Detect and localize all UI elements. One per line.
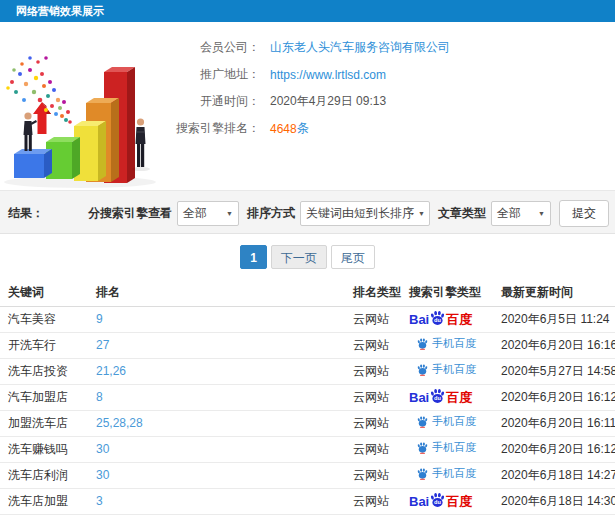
article-type-select[interactable]: 全部▼ (491, 201, 551, 226)
baidu-bai-text: Bai (409, 391, 429, 404)
info-field-link[interactable]: 山东老人头汽车服务咨询有限公司 (270, 39, 450, 56)
baidu-du-text: du (434, 395, 441, 401)
baidu-logo: Baidu百度 (409, 492, 472, 511)
column-header: 排名类型 (345, 280, 401, 306)
rank-type-cell: 云网站 (345, 306, 401, 332)
mobile-baidu-text: 手机百度 (432, 338, 476, 349)
update-time-cell: 2020年6月18日 14:30 (493, 488, 615, 514)
baidu-cn-text: 百度 (446, 313, 472, 326)
next-page-button[interactable]: 下一页 (271, 245, 327, 269)
rank-type-cell: 云网站 (345, 384, 401, 410)
engine-cell: 手机百度 (401, 462, 493, 488)
rank-link[interactable]: 27 (96, 338, 109, 352)
baidu-paw-icon: du (430, 310, 445, 327)
table-row: 汽车加盟店8云网站Baidu百度2020年6月20日 16:12 (0, 384, 615, 410)
filter-label: 文章类型 (438, 205, 486, 222)
baidu-logo: Baidu百度 (409, 388, 472, 407)
growth-bar-chart-illustration (0, 30, 180, 190)
info-field: 开通时间：2020年4月29日 09:13 (160, 88, 450, 115)
rank-link[interactable]: 25,28,28 (96, 416, 143, 430)
info-field: 搜索引擎排名：4648条 (160, 115, 450, 142)
info-field-label: 开通时间： (160, 93, 260, 110)
info-field: 会员公司：山东老人头汽车服务咨询有限公司 (160, 34, 450, 61)
mobile-baidu-text: 手机百度 (432, 442, 476, 453)
filter-select-value: 全部 (497, 205, 521, 222)
engine-cell: 手机百度 (401, 436, 493, 462)
rank-cell: 27 (88, 332, 345, 358)
engine-cell: Baidu百度 (401, 488, 493, 514)
baidu-paw-icon: du (430, 388, 445, 405)
rank-link[interactable]: 30 (96, 468, 109, 482)
sort-order-select[interactable]: 关键词由短到长排序▼ (300, 201, 430, 226)
last-page-button[interactable]: 尾页 (331, 245, 375, 269)
baidu-bai-text: Bai (409, 313, 429, 326)
update-time-cell: 2020年6月20日 16:11 (493, 410, 615, 436)
rank-cell: 30 (88, 436, 345, 462)
rank-type-cell: 云网站 (345, 332, 401, 358)
chevron-down-icon: ▼ (226, 210, 233, 217)
table-row: 洗车店投资21,26云网站手机百度2020年5月27日 14:58 (0, 358, 615, 384)
keyword-cell: 汽车美容 (0, 306, 88, 332)
keyword-cell: 洗车赚钱吗 (0, 436, 88, 462)
filter-label: 排序方式 (247, 205, 295, 222)
update-time-cell: 2020年5月27日 14:58 (493, 358, 615, 384)
rank-count-unit: 条 (297, 120, 309, 137)
chevron-down-icon: ▼ (418, 210, 425, 217)
mobile-baidu-paw-icon (417, 442, 428, 454)
baidu-du-text: du (434, 317, 441, 323)
rank-link[interactable]: 8 (96, 390, 103, 404)
mobile-baidu-logo: 手机百度 (417, 364, 476, 376)
update-time-cell: 2020年6月20日 16:12 (493, 384, 615, 410)
page-title: 网络营销效果展示 (0, 0, 104, 22)
rank-type-cell: 云网站 (345, 436, 401, 462)
submit-button[interactable]: 提交 (559, 200, 609, 227)
table-row: 洗车赚钱吗30云网站手机百度2020年6月20日 16:12 (0, 436, 615, 462)
page-header: 网络营销效果展示 (0, 0, 615, 22)
up-arrow-icon (33, 102, 51, 134)
mobile-baidu-logo: 手机百度 (417, 468, 476, 480)
table-header-row: 关键词排名排名类型搜索引擎类型最新更新时间 (0, 280, 615, 306)
rank-link[interactable]: 3 (96, 494, 103, 508)
table-row: 洗车店加盟3云网站Baidu百度2020年6月18日 14:30 (0, 488, 615, 514)
update-time-cell: 2020年6月5日 11:24 (493, 306, 615, 332)
baidu-cn-text: 百度 (446, 495, 472, 508)
rank-cell: 9 (88, 306, 345, 332)
rank-type-cell: 云网站 (345, 410, 401, 436)
businessman-left (24, 112, 37, 151)
rank-link[interactable]: 30 (96, 442, 109, 456)
mobile-baidu-paw-icon (417, 416, 428, 428)
company-info-fields: 会员公司：山东老人头汽车服务咨询有限公司推广地址：https://www.lrt… (160, 34, 450, 142)
baidu-paw-icon: du (430, 492, 445, 509)
rank-link[interactable]: 21,26 (96, 364, 126, 378)
table-row: 开洗车行27云网站手机百度2020年6月20日 16:16 (0, 332, 615, 358)
info-section: 会员公司：山东老人头汽车服务咨询有限公司推广地址：https://www.lrt… (0, 22, 615, 190)
engine-filter-select[interactable]: 全部▼ (177, 201, 239, 226)
mobile-baidu-paw-icon (417, 364, 428, 376)
mobile-baidu-paw-icon (417, 468, 428, 480)
mobile-baidu-logo: 手机百度 (417, 338, 476, 350)
filter-bar: 结果： 分搜索引擎查看全部▼排序方式关键词由短到长排序▼文章类型全部▼提交 (0, 190, 615, 234)
3d-bar-chart-image (0, 30, 180, 190)
column-header: 排名 (88, 280, 345, 306)
engine-cell: Baidu百度 (401, 306, 493, 332)
column-header: 关键词 (0, 280, 88, 306)
rank-cell: 21,26 (88, 358, 345, 384)
rank-cell: 3 (88, 488, 345, 514)
filter-controls: 分搜索引擎查看全部▼排序方式关键词由短到长排序▼文章类型全部▼提交 (80, 191, 609, 235)
filter-label: 分搜索引擎查看 (88, 205, 172, 222)
info-field-label: 推广地址： (160, 66, 260, 83)
info-field-link[interactable]: https://www.lrtlsd.com (270, 68, 386, 82)
results-table-section: 关键词排名排名类型搜索引擎类型最新更新时间 汽车美容9云网站Baidu百度202… (0, 280, 615, 515)
column-header: 最新更新时间 (493, 280, 615, 306)
engine-cell: Baidu百度 (401, 384, 493, 410)
keyword-cell: 加盟洗车店 (0, 410, 88, 436)
baidu-cn-text: 百度 (446, 391, 472, 404)
table-row: 汽车美容9云网站Baidu百度2020年6月5日 11:24 (0, 306, 615, 332)
table-row: 加盟洗车店25,28,28云网站手机百度2020年6月20日 16:11 (0, 410, 615, 436)
page-1-button[interactable]: 1 (240, 245, 267, 269)
page: 网络营销效果展示 (0, 0, 615, 520)
baidu-du-text: du (434, 499, 441, 505)
filter-select-value: 关键词由短到长排序 (306, 205, 414, 222)
rank-link[interactable]: 9 (96, 312, 103, 326)
rank-type-cell: 云网站 (345, 462, 401, 488)
